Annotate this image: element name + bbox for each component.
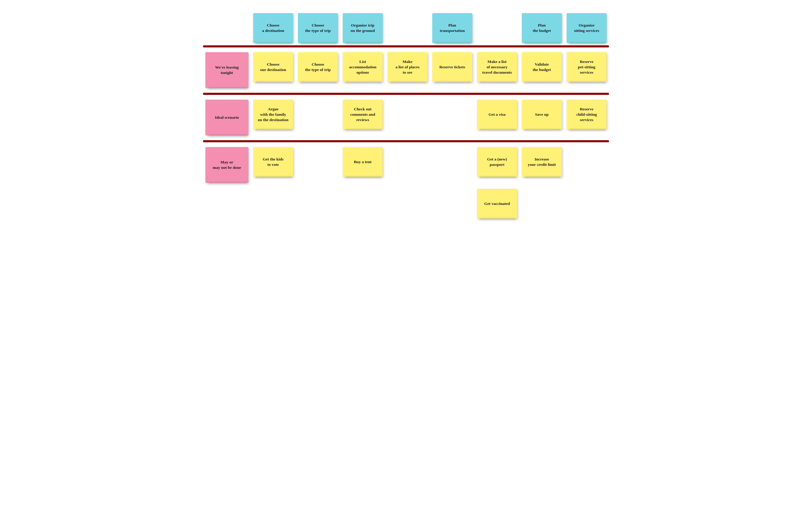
kanban-board: Choose a destination Choose the type of … — [203, 9, 609, 225]
row-label-note-3: May or may not be done — [205, 147, 249, 183]
note-list-accommodation: List accommodation options — [343, 52, 383, 82]
cell-r3-c8-empty — [567, 147, 607, 183]
header-col-3: Organize trip on the ground — [340, 11, 385, 45]
note-get-visa: Get a visa — [477, 100, 517, 129]
row-label-3: May or may not be done — [203, 145, 251, 185]
header-note-sitting: Organize sitting services — [567, 13, 607, 43]
cell-r2-c4-empty — [387, 100, 428, 135]
extra-empty-1 — [253, 189, 293, 219]
header-col-7: Plan the budget — [519, 11, 564, 45]
header-note-transportation: Plan transportation — [432, 13, 472, 43]
extra-empty-2 — [298, 189, 338, 219]
note-check-comments: Check out comments and reviews — [343, 100, 383, 129]
extra-empty-4 — [387, 189, 428, 219]
cell-r3-c4-empty — [387, 147, 428, 183]
cell-r1-c2: Choose the type of trip — [295, 51, 340, 90]
note-buy-tent: Buy a tent — [343, 147, 383, 177]
cell-r3-c1: Get the kids to vote — [251, 145, 295, 185]
header-row: Choose a destination Choose the type of … — [203, 9, 609, 45]
cell-r1-c6: Make a list of necessary travel document… — [475, 51, 519, 90]
header-note-budget: Plan the budget — [522, 13, 562, 43]
cell-r2-c2-empty — [298, 100, 338, 135]
header-col-1: Choose a destination — [251, 11, 295, 45]
note-choose-trip-type: Choose the type of trip — [298, 52, 338, 82]
row-leaving-tonight: We're leaving tonight Choose our destina… — [203, 48, 609, 92]
header-col-5: Plan transportation — [430, 11, 475, 45]
cell-r2-c5-empty — [432, 100, 472, 135]
cell-r3-c2-empty — [298, 147, 338, 183]
cell-r2-c1: Argue with the family on the destination — [251, 98, 295, 137]
cell-r1-c3: List accommodation options — [340, 51, 385, 90]
row-label-2: Ideal scenario — [203, 98, 251, 137]
row-label-note-2: Ideal scenario — [205, 100, 249, 135]
header-col-2: Choose the type of trip — [295, 11, 340, 45]
cell-r2-c7: Save up — [519, 98, 564, 137]
row-label-1: We're leaving tonight — [203, 51, 251, 90]
extra-empty-3 — [343, 189, 383, 219]
cell-r1-c8: Reserve pet-sitting services — [564, 51, 609, 90]
cell-r3-c3: Buy a tent — [340, 145, 385, 185]
row-ideal-scenario: Ideal scenario Argue with the family on … — [203, 95, 609, 140]
row-label-note-1: We're leaving tonight — [205, 52, 249, 88]
note-reserve-child-sitting: Reserve child-sitting services — [567, 100, 607, 129]
note-make-list-places: Make a list of places to see — [387, 52, 428, 82]
note-validate-budget: Validate the budget — [522, 52, 562, 82]
note-get-kids-vote: Get the kids to vote — [253, 147, 293, 177]
extra-empty-5 — [432, 189, 472, 219]
header-note-organize-ground: Organize trip on the ground — [343, 13, 383, 43]
cell-r2-c3: Check out comments and reviews — [340, 98, 385, 137]
cell-r2-c8: Reserve child-sitting services — [564, 98, 609, 137]
note-get-vaccinated: Get vaccinated — [477, 189, 517, 219]
note-save-up: Save up — [522, 100, 562, 129]
note-argue-family: Argue with the family on the destination — [253, 100, 293, 129]
header-note-destination: Choose a destination — [253, 13, 293, 43]
extra-empty-8 — [567, 189, 607, 219]
header-empty-1 — [205, 13, 249, 43]
cell-r1-c4: Make a list of places to see — [385, 51, 430, 90]
extra-empty-0 — [205, 189, 249, 219]
note-increase-credit: Increase your credit limit — [522, 147, 562, 177]
note-choose-destination: Choose our destination — [253, 52, 293, 82]
row-may-not-done: May or may not be done Get the kids to v… — [203, 143, 609, 187]
header-col-8: Organize sitting services — [564, 11, 609, 45]
row-separator-2 — [203, 93, 609, 95]
header-empty-3 — [477, 13, 517, 43]
note-get-passport: Get a (new) passport — [477, 147, 517, 177]
extra-cell-vaccinated: Get vaccinated — [475, 187, 519, 220]
header-empty-2 — [387, 13, 428, 43]
extra-empty-7 — [522, 189, 562, 219]
cell-r3-c5-empty — [432, 147, 472, 183]
row-separator-1 — [203, 45, 609, 48]
cell-r2-c6: Get a visa — [475, 98, 519, 137]
cell-r1-c7: Validate the budget — [519, 51, 564, 90]
cell-r3-c7: Increase your credit limit — [519, 145, 564, 185]
note-reserve-pet-sitting: Reserve pet-sitting services — [567, 52, 607, 82]
note-reserve-tickets: Reserve tickets — [432, 52, 472, 82]
row-extra: Get vaccinated — [203, 187, 609, 225]
header-note-trip-type: Choose the type of trip — [298, 13, 338, 43]
row-separator-3 — [203, 140, 609, 142]
cell-r3-c6: Get a (new) passport — [475, 145, 519, 185]
cell-r1-c5: Reserve tickets — [430, 51, 475, 90]
note-travel-documents: Make a list of necessary travel document… — [477, 52, 517, 82]
cell-r1-c1: Choose our destination — [251, 51, 295, 90]
